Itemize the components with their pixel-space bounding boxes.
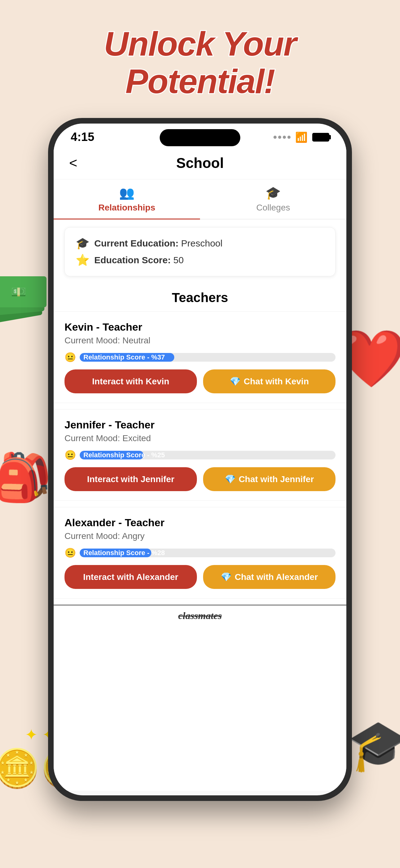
score-text: Education Score: 50: [94, 255, 184, 266]
alexander-name: Alexander - Teacher: [65, 517, 335, 529]
kevin-name: Kevin - Teacher: [65, 321, 335, 333]
colleges-label: Colleges: [257, 203, 290, 213]
briefcase-decoration: 🎒: [0, 450, 52, 505]
teacher-card-kevin: Kevin - Teacher Current Mood: Neutral 😐 …: [54, 311, 346, 403]
education-icon: 🎓: [76, 237, 90, 250]
scroll-content: 🎓 Current Education: Preschool ⭐ Educati…: [54, 219, 346, 791]
back-button[interactable]: <: [69, 155, 77, 171]
nav-title: School: [176, 155, 224, 172]
status-bar: 4:15 📶: [54, 124, 346, 147]
jennifer-progress-bar: Relationship Score - %25: [80, 451, 335, 460]
jennifer-interact-button[interactable]: Interact with Jennifer: [65, 467, 197, 491]
relationships-icon: 👥: [119, 186, 135, 200]
tab-relationships[interactable]: 👥 Relationships: [54, 180, 200, 219]
alexander-chat-button[interactable]: 💎 Chat with Alexander: [203, 565, 335, 589]
alexander-progress-bar: Relationship Score - %28: [80, 549, 335, 557]
signal-icon: [273, 136, 291, 139]
status-notch: [160, 129, 240, 146]
watermark: classmates: [54, 605, 346, 626]
jennifer-chat-diamond-icon: 💎: [225, 474, 236, 484]
status-time: 4:15: [71, 130, 94, 144]
app-content: < School 👥 Relationships 🎓 Colleges: [54, 147, 346, 791]
kevin-progress-container: 😐 Relationship Score - %37: [65, 352, 335, 363]
kevin-progress-label: Relationship Score - %37: [84, 353, 165, 361]
alexander-progress-label: Relationship Score - %28: [84, 549, 165, 557]
kevin-chat-label: Chat with Kevin: [244, 377, 309, 386]
phone-screen: 4:15 📶 < School: [54, 124, 346, 795]
teacher-card-jennifer: Jennifer - Teacher Current Mood: Excited…: [54, 409, 346, 501]
kevin-progress-fill: Relationship Score - %37: [80, 353, 174, 362]
status-icons: 📶: [273, 131, 329, 143]
jennifer-progress-label: Relationship Score - %25: [84, 451, 165, 459]
jennifer-progress-emoji: 😐: [65, 450, 76, 460]
alexander-progress-container: 😐 Relationship Score - %28: [65, 547, 335, 558]
kevin-mood: Current Mood: Neutral: [65, 336, 335, 345]
score-icon: ⭐: [76, 254, 90, 267]
education-text: Current Education: Preschool: [94, 238, 222, 249]
alexander-actions: Interact with Alexander 💎 Chat with Alex…: [65, 565, 335, 589]
kevin-interact-button[interactable]: Interact with Kevin: [65, 369, 197, 393]
alexander-chat-diamond-icon: 💎: [221, 572, 232, 582]
education-row: 🎓 Current Education: Preschool: [76, 237, 324, 250]
jennifer-actions: Interact with Jennifer 💎 Chat with Jenni…: [65, 467, 335, 491]
jennifer-progress-container: 😐 Relationship Score - %25: [65, 450, 335, 460]
page-title: Unlock Your Potential!: [0, 25, 400, 100]
teacher-card-alexander: Alexander - Teacher Current Mood: Angry …: [54, 507, 346, 598]
alexander-progress-fill: Relationship Score - %28: [80, 549, 151, 557]
score-row: ⭐ Education Score: 50: [76, 254, 324, 267]
kevin-actions: Interact with Kevin 💎 Chat with Kevin: [65, 369, 335, 393]
kevin-progress-emoji: 😐: [65, 352, 76, 363]
battery-icon: [312, 133, 329, 142]
alexander-interact-button[interactable]: Interact with Alexander: [65, 565, 197, 589]
tabs-container: 👥 Relationships 🎓 Colleges: [54, 180, 346, 219]
graduation-decoration: 🎓: [347, 716, 400, 775]
kevin-chat-button[interactable]: 💎 Chat with Kevin: [203, 369, 335, 393]
kevin-progress-bar: Relationship Score - %37: [80, 353, 335, 362]
jennifer-chat-button[interactable]: 💎 Chat with Jennifer: [203, 467, 335, 491]
colleges-icon: 🎓: [265, 186, 281, 200]
jennifer-mood: Current Mood: Excited: [65, 433, 335, 443]
money-decoration: 💵 💵 💵: [0, 270, 53, 326]
jennifer-chat-label: Chat with Jennifer: [239, 474, 314, 484]
kevin-chat-diamond-icon: 💎: [230, 376, 241, 386]
education-card: 🎓 Current Education: Preschool ⭐ Educati…: [65, 227, 335, 276]
wifi-icon: 📶: [295, 131, 308, 143]
alexander-mood: Current Mood: Angry: [65, 531, 335, 541]
relationships-label: Relationships: [98, 203, 155, 213]
jennifer-progress-fill: Relationship Score - %25: [80, 451, 143, 460]
alexander-chat-label: Chat with Alexander: [235, 572, 318, 582]
nav-bar: < School: [54, 147, 346, 180]
tab-colleges[interactable]: 🎓 Colleges: [200, 180, 346, 219]
jennifer-name: Jennifer - Teacher: [65, 419, 335, 431]
alexander-progress-emoji: 😐: [65, 547, 76, 558]
phone-frame: 4:15 📶 < School: [48, 118, 352, 801]
teachers-header: Teachers: [54, 284, 346, 311]
